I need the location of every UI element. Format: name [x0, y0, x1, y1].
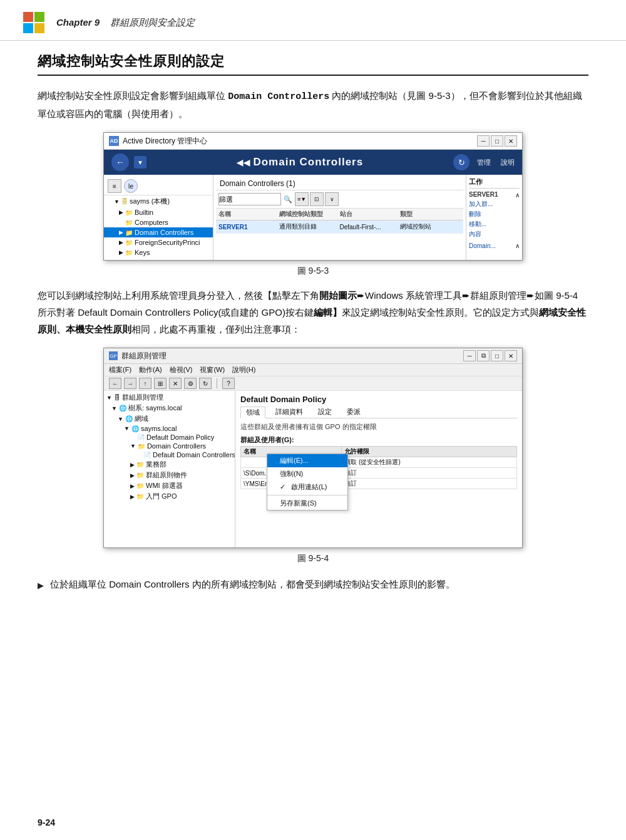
- nav-dropdown-button[interactable]: ▼: [134, 156, 146, 169]
- context-menu: 編輯(E)... 強制(N) ✓ 啟用連結(L) 另存新黨(S): [267, 454, 348, 511]
- ad-root-icon: 🗄: [121, 198, 128, 205]
- domain-expand-btn[interactable]: ∧: [515, 242, 520, 249]
- ad-right-panel: 工作 SERVER1 ∧ 加入群... 刪除 移動... 內容 Domain..…: [466, 175, 522, 260]
- menu-file[interactable]: 檔案(F): [109, 365, 131, 375]
- ctx-force[interactable]: 強制(N): [267, 467, 347, 480]
- search-icon: 🔍: [284, 195, 292, 204]
- action-add[interactable]: 加入群...: [469, 199, 520, 209]
- toolbar-divider: [217, 378, 217, 388]
- ad-title-icon: AD: [109, 136, 119, 146]
- back-button[interactable]: ←: [111, 153, 129, 171]
- gpo-right-title: Default Domain Policy: [240, 395, 517, 404]
- gpo-maximize-btn[interactable]: □: [491, 350, 503, 361]
- gpo-tree-forest[interactable]: ▼ 🌐 樹系: sayms.local: [104, 403, 235, 413]
- action-domain[interactable]: Domain...: [469, 242, 496, 250]
- folder-icon-dc: 📁: [125, 229, 133, 236]
- gpo-close-btn[interactable]: ✕: [505, 350, 517, 361]
- menu-window[interactable]: 視窗(W): [200, 365, 225, 375]
- gpo-tree-dc-policy[interactable]: ▶ 📄 Default Domain Controllers Polic...: [104, 450, 235, 459]
- gpo-tree-starter[interactable]: ▶ 📁 入門 GPO: [104, 491, 235, 502]
- minimize-button[interactable]: ─: [477, 135, 490, 147]
- gpo-group-label: 群組及使用者(G):: [240, 435, 517, 445]
- gpo-right-panel: Default Domain Policy 領域 詳細資料 設定 委派 這些群組…: [235, 391, 522, 547]
- gpo-tree-wmi[interactable]: ▶ 📁 WMI 篩選器: [104, 480, 235, 491]
- ad-tree-computers[interactable]: ▶ 📁 Computers: [104, 217, 213, 227]
- gpo-restore-btn[interactable]: ⧉: [477, 350, 490, 361]
- ad-server-label: SERVER1: [469, 191, 498, 198]
- refresh-button[interactable]: ↻: [453, 154, 470, 170]
- gpo-tree-sayms[interactable]: ▼ 🌐 sayms.local: [104, 424, 235, 433]
- ad-list-view-btn[interactable]: ≡: [108, 179, 121, 193]
- svg-rect-5: [34, 12, 44, 22]
- ad-expand-btn[interactable]: ∧: [515, 192, 520, 199]
- menu-action[interactable]: 動作(A): [139, 365, 162, 375]
- gpo-title-bar: GP 群組原則管理 ─ ⧉ □ ✕: [104, 348, 522, 364]
- tab-scope[interactable]: 領域: [240, 407, 265, 418]
- toolbar-delete[interactable]: ✕: [169, 378, 182, 389]
- gpo-left-panel: ▼ 🗄 群組原則管理 ▼ 🌐 樹系: sayms.local ▼ 🌐 網域: [104, 391, 235, 547]
- ad-center-header: Domain Controllers (1): [216, 177, 463, 190]
- toolbar-up[interactable]: ↑: [139, 378, 151, 389]
- section-title: 網域控制站安全性原則的設定: [38, 52, 588, 76]
- ad-filter-btn1[interactable]: ≡▼: [295, 192, 309, 206]
- ad-tree-domain-controllers[interactable]: ▶ 📁 Domain Controllers: [104, 227, 213, 237]
- menu-help[interactable]: 說明(H): [232, 365, 255, 375]
- ad-filter-btn2[interactable]: ⊡: [310, 192, 324, 206]
- gpo-tree-dc[interactable]: ▼ 📁 Domain Controllers: [104, 442, 235, 450]
- gpo-win-controls[interactable]: ─ ⧉ □ ✕: [463, 350, 517, 361]
- gpo-tree-default-policy[interactable]: ▶ 📄 Default Domain Policy: [104, 433, 235, 442]
- maximize-button[interactable]: □: [491, 135, 503, 147]
- ctx-save[interactable]: 另存新黨(S): [267, 497, 347, 510]
- toolbar-grid[interactable]: ⊞: [154, 378, 167, 389]
- folder-icon-keys: 📁: [125, 249, 133, 256]
- tab-details[interactable]: 詳細資料: [270, 407, 308, 418]
- action-delete[interactable]: 刪除: [469, 209, 520, 219]
- ad-table-header: 名稱 網域控制站類型 站台 類型: [216, 209, 463, 220]
- ctx-edit[interactable]: 編輯(E)...: [267, 454, 347, 467]
- ctx-enable[interactable]: ✓ 啟用連結(L): [267, 480, 347, 494]
- ad-tree-root[interactable]: ▼ 🗄 sayms (本機): [104, 195, 213, 207]
- ad-tree-foreign[interactable]: ▶ 📁 ForeignSecurityPrinci: [104, 237, 213, 247]
- ad-search-input[interactable]: [218, 193, 281, 205]
- ctx-separator: [267, 495, 347, 495]
- toolbar-refresh[interactable]: ↻: [199, 378, 212, 389]
- main-content: 網域控制站安全性原則的設定 網域控制站安全性原則設定會影響到組織單位 Domai…: [0, 52, 626, 624]
- tab-delegation[interactable]: 委派: [342, 407, 366, 418]
- figure1-container: AD Active Directory 管理中心 ─ □ ✕ ← ▼ ◀◀ Do…: [38, 132, 588, 277]
- gpo-tree-gpo-objects[interactable]: ▶ 📁 群組原則物件: [104, 470, 235, 480]
- nav-title: ◀◀ Domain Controllers: [151, 156, 448, 169]
- tab-settings[interactable]: 設定: [313, 407, 337, 418]
- action-properties[interactable]: 內容: [469, 229, 520, 239]
- ad-filter-btn3[interactable]: ∨: [325, 192, 339, 206]
- ad-tree-builtin[interactable]: ▶ 📁 Builtin: [104, 207, 213, 217]
- page-header: Chapter 9 群組原則與安全設定: [0, 0, 626, 41]
- toolbar-properties[interactable]: ⚙: [184, 378, 197, 389]
- gpo-menu-bar: 檔案(F) 動作(A) 檢視(V) 視窗(W) 說明(H): [104, 364, 522, 376]
- toolbar-back[interactable]: ←: [109, 378, 121, 389]
- gpo-title-icon: GP: [109, 351, 118, 360]
- menu-view[interactable]: 檢視(V): [170, 365, 193, 375]
- gpo-tabs: 領域 詳細資料 設定 委派: [240, 407, 517, 418]
- gpo-tree-dept[interactable]: ▶ 📁 業務部: [104, 459, 235, 470]
- ad-table-row[interactable]: SERVER1 通用類別目錄 Default-First-... 網域控制站: [216, 220, 463, 234]
- paragraph2: 您可以到網域控制站上利用系統管理員身分登入，然後【點擊左下角開始圖示➨Windo…: [38, 287, 588, 338]
- svg-rect-6: [23, 23, 33, 33]
- gpo-desc: 這些群組及使用者擁有這個 GPO 的指定權限: [240, 422, 517, 432]
- ad-left-panel: ≡ Ie ▼ 🗄 sayms (本機) ▶ 📁 Builtin: [104, 175, 213, 260]
- gpo-title-text: 群組原則管理: [121, 351, 167, 361]
- gpo-tree-domains[interactable]: ▼ 🌐 網域: [104, 413, 235, 424]
- win-controls[interactable]: ─ □ ✕: [477, 135, 517, 147]
- toolbar-forward[interactable]: →: [124, 378, 136, 389]
- ad-search-row: 🔍 ≡▼ ⊡ ∨: [216, 190, 463, 209]
- ad-body: ≡ Ie ▼ 🗄 sayms (本機) ▶ 📁 Builtin: [104, 175, 522, 260]
- ad-center-panel: Domain Controllers (1) 🔍 ≡▼ ⊡ ∨ 名稱 網域控: [213, 175, 466, 260]
- ad-tree-keys[interactable]: ▶ 📁 Keys: [104, 247, 213, 257]
- toolbar-help[interactable]: ?: [222, 378, 235, 389]
- gpo-tree-root[interactable]: ▼ 🗄 群組原則管理: [104, 392, 235, 403]
- ad-title-text: Active Directory 管理中心: [123, 136, 207, 147]
- gpo-minimize-btn[interactable]: ─: [463, 350, 476, 361]
- windows-logo-icon: [23, 11, 45, 34]
- close-button[interactable]: ✕: [505, 135, 517, 147]
- action-move[interactable]: 移動...: [469, 219, 520, 229]
- bullet-item-1: ▶ 位於組織單位 Domain Controllers 內的所有網域控制站，都會…: [38, 576, 588, 593]
